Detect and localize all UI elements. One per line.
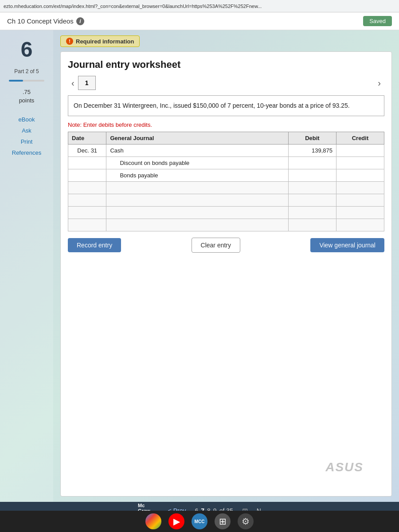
account-cell-1[interactable]: Cash — [106, 145, 289, 157]
photos-icon[interactable]: ⊞ — [215, 513, 231, 529]
progress-bar-container — [9, 80, 44, 82]
youtube-icon[interactable]: ▶ — [168, 513, 184, 529]
debit-cell-5[interactable] — [288, 194, 336, 207]
credit-cell-1[interactable] — [336, 145, 384, 157]
th-credit: Credit — [336, 132, 384, 145]
worksheet: Journal entry worksheet ‹ 1 › On Decembe… — [60, 51, 392, 497]
date-cell-2 — [68, 157, 106, 169]
record-entry-button[interactable]: Record entry — [68, 238, 121, 252]
main-content: 6 Part 2 of 5 .75 points eBook Ask Print… — [0, 30, 399, 502]
required-info-label: Required information — [76, 38, 134, 45]
required-info-btn[interactable]: ! Required information — [60, 35, 140, 47]
date-cell-4[interactable] — [68, 182, 106, 194]
required-info-button[interactable]: ! Required information — [60, 35, 392, 47]
nav-row: ‹ 1 › — [68, 76, 384, 90]
header-title-area: Ch 10 Concept Videos i — [7, 17, 84, 25]
progress-bar — [9, 80, 23, 82]
th-date: Date — [68, 132, 106, 145]
debit-cell-6[interactable] — [288, 207, 336, 219]
table-row — [68, 194, 384, 207]
sidebar-link-print[interactable]: Print — [17, 137, 36, 147]
sidebar: 6 Part 2 of 5 .75 points eBook Ask Print… — [0, 30, 53, 502]
date-cell-1: Dec. 31 — [68, 145, 106, 157]
credit-cell-5[interactable] — [336, 194, 384, 207]
clear-entry-button[interactable]: Clear entry — [192, 238, 240, 253]
debit-cell-7[interactable] — [288, 219, 336, 231]
th-debit: Debit — [288, 132, 336, 145]
account-cell-4[interactable] — [106, 182, 289, 194]
debit-cell-3[interactable] — [288, 169, 336, 182]
sidebar-link-ask[interactable]: Ask — [18, 125, 35, 136]
account-cell-7[interactable] — [106, 219, 289, 231]
table-row: Bonds payable — [68, 169, 384, 182]
part-info: Part 2 of 5 — [12, 66, 40, 76]
url-bar: ezto.mheducation.com/ext/map/index.html?… — [4, 4, 262, 9]
date-cell-7[interactable] — [68, 219, 106, 231]
mhcc-icon[interactable]: MCC — [192, 513, 207, 529]
browser-bar: ezto.mheducation.com/ext/map/index.html?… — [0, 0, 399, 12]
table-row — [68, 207, 384, 219]
credit-cell-4[interactable] — [336, 182, 384, 194]
content-area: ! Required information Journal entry wor… — [53, 30, 399, 502]
settings-icon[interactable]: ⚙ — [238, 513, 254, 529]
date-cell-3 — [68, 169, 106, 182]
account-cell-6[interactable] — [106, 207, 289, 219]
info-icon[interactable]: i — [76, 17, 84, 25]
credit-cell-6[interactable] — [336, 207, 384, 219]
worksheet-title: Journal entry worksheet — [68, 59, 384, 70]
app-header: Ch 10 Concept Videos i Saved — [0, 12, 399, 30]
chrome-icon[interactable] — [145, 513, 161, 529]
credit-cell-2[interactable] — [336, 157, 384, 169]
problem-text: On December 31 Wintergreen, Inc., issued… — [68, 95, 384, 116]
asus-logo: ASUS — [325, 460, 364, 474]
saved-badge: Saved — [363, 16, 392, 26]
credit-cell-7[interactable] — [336, 219, 384, 231]
journal-table: Date General Journal Debit Credit Dec. 3… — [68, 132, 384, 231]
prev-page-button[interactable]: ‹ — [68, 76, 78, 90]
table-header-row: Date General Journal Debit Credit — [68, 132, 384, 145]
exclamation-icon: ! — [66, 38, 73, 45]
points-label: points — [19, 97, 35, 104]
th-general-journal: General Journal — [106, 132, 289, 145]
page-number-box: 1 — [78, 76, 96, 90]
debit-cell-1[interactable]: 139,875 — [288, 145, 336, 157]
table-row: Dec. 31 Cash 139,875 — [68, 145, 384, 157]
table-row — [68, 219, 384, 231]
account-cell-5[interactable] — [106, 194, 289, 207]
note-text: Note: Enter debits before credits. — [68, 121, 384, 128]
debit-cell-4[interactable] — [288, 182, 336, 194]
view-general-journal-button[interactable]: View general journal — [310, 238, 384, 252]
table-row: Discount on bonds payable — [68, 157, 384, 169]
sidebar-link-references[interactable]: References — [8, 148, 45, 158]
sidebar-links: eBook Ask Print References — [0, 114, 53, 158]
account-cell-2[interactable]: Discount on bonds payable — [106, 157, 289, 169]
date-cell-5[interactable] — [68, 194, 106, 207]
taskbar: ▶ MCC ⊞ ⚙ — [0, 511, 399, 532]
date-cell-6[interactable] — [68, 207, 106, 219]
account-cell-3[interactable]: Bonds payable — [106, 169, 289, 182]
credit-cell-3[interactable] — [336, 169, 384, 182]
sidebar-link-ebook[interactable]: eBook — [15, 114, 39, 125]
header-title: Ch 10 Concept Videos — [7, 17, 74, 25]
debit-cell-2[interactable] — [288, 157, 336, 169]
chapter-number: 6 — [16, 35, 37, 65]
points-value: .75 — [23, 89, 31, 95]
table-row — [68, 182, 384, 194]
next-page-button[interactable]: › — [374, 76, 384, 90]
action-buttons: Record entry Clear entry View general jo… — [68, 238, 384, 253]
